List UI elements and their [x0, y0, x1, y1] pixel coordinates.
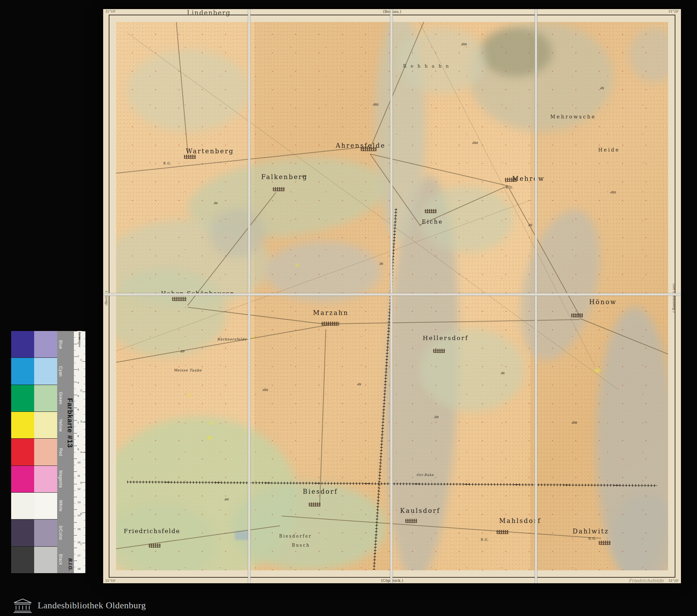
terrain-patch — [398, 28, 486, 93]
color-row-label: Red — [58, 448, 63, 456]
map-label-falkenberg: Falkenberg — [261, 173, 308, 180]
village-marker — [172, 297, 187, 301]
map-label-rehhahn: Rehhahn — [403, 63, 453, 68]
map-label-buerknersfelde: Bürknersfelde — [217, 337, 247, 341]
color-swatch — [11, 412, 34, 438]
color-row-label: Blue — [58, 340, 63, 349]
terrain-patch — [629, 28, 668, 82]
map-label-rg: R.G. — [506, 186, 514, 189]
map-label-marzahn: Marzahn — [313, 309, 348, 316]
village-marker — [497, 530, 508, 534]
soil-symbol: ∂m — [461, 41, 467, 46]
map-label-hellersdorf: Hellersdorf — [423, 334, 468, 341]
map-label-rg: R.G. — [163, 162, 171, 165]
soil-symbol: ∂s — [500, 371, 504, 375]
calibration-ruler: 123456789101112131415161718 1234567 Cent… — [74, 331, 85, 573]
soil-symbol: ∂s — [600, 85, 604, 90]
map-label-rg: R.G. — [588, 537, 596, 540]
color-swatch — [11, 331, 34, 357]
map-label-biesdorf: Biesdorf — [303, 488, 338, 495]
ruler-cm-number: 2 — [77, 355, 81, 358]
ruler-inch-number: 3 — [81, 420, 82, 423]
color-swatch — [11, 439, 34, 465]
village-marker — [433, 349, 445, 353]
village-marker — [322, 322, 339, 326]
soil-symbol: ∂m — [472, 140, 478, 145]
swatch-column-full — [11, 331, 34, 573]
map-label-ostbahn: Ost-Bahn — [416, 473, 434, 477]
village-marker — [309, 502, 321, 507]
ruler-cm-number: 18 — [77, 567, 81, 570]
village-marker — [184, 155, 196, 159]
soil-symbol: ∂m — [610, 190, 616, 194]
map-label-wartenberg: Wartenberg — [186, 147, 234, 154]
color-swatch — [11, 493, 34, 519]
corner-coord-bottom-right: 31°20' — [668, 579, 679, 583]
ruler-inch-number: 4 — [81, 451, 82, 454]
road-line — [319, 329, 326, 506]
library-logo-icon — [13, 598, 33, 613]
library-name: Landesbibliothek Oldenburg — [38, 600, 146, 611]
terrain-patch — [232, 483, 387, 570]
corner-coord-top-left: 31°10' — [105, 10, 116, 13]
ruler-inch-number: 5 — [81, 481, 82, 484]
village-marker — [149, 544, 161, 548]
color-swatch — [34, 493, 57, 519]
soil-symbol: ∂m — [373, 102, 378, 107]
map-label-friedrichsfelde: Friedrichsfelde — [124, 528, 180, 534]
scan-background: { "color_card": { "title": "Farbkarte #1… — [0, 0, 697, 616]
margin-handwritten-note: Friedrichsfelde — [628, 578, 664, 583]
footer: Landesbibliothek Oldenburg — [13, 598, 146, 613]
color-swatch — [34, 331, 57, 357]
color-swatch — [34, 519, 57, 546]
color-card-issuer: B.I.G. — [68, 558, 73, 571]
ruler-inch-number: 7 — [81, 543, 82, 546]
terrain-patch — [507, 202, 614, 368]
corner-coord-bottom-left: 31°10' — [105, 579, 116, 583]
map-label-hoenow: Hönow — [589, 298, 616, 305]
corner-coord-top-right: 31°20' — [668, 10, 679, 13]
ruler-inch-minor-ticks — [84, 331, 85, 573]
ruler-inch-number: 2 — [81, 389, 82, 392]
terrain-patch — [420, 329, 524, 411]
color-row-label: 3/Color — [58, 525, 63, 540]
map-label-rg: R.G. — [481, 538, 489, 541]
color-swatch — [34, 547, 57, 573]
ruler-cm-number: 17 — [77, 554, 81, 557]
color-row-label: Green — [58, 392, 63, 405]
fold-line — [248, 9, 251, 583]
map-label-dahlwitz: Dahlwitz — [573, 527, 609, 534]
color-swatch — [11, 358, 34, 384]
map-label-weisse-taube: Weisse Taube — [174, 368, 202, 372]
map-label-eiche: Eiche — [422, 218, 443, 225]
soil-symbol: ∂n — [434, 415, 438, 419]
village-marker — [273, 187, 285, 191]
map-label-biesdorfer: Biesdorfer — [279, 534, 312, 539]
color-card-title: Farbkarte #13 — [66, 398, 74, 448]
color-row-label: Magenta — [58, 470, 63, 488]
soil-symbol: ∂s — [379, 261, 383, 265]
margin-destination-lindenberg: Lindenberg — [187, 9, 230, 16]
map-sheet: Lindenberg (Bernau.) (Cöpenick.) (Berlin… — [103, 9, 681, 583]
margin-right-alt-landsberg: (Alt Landsberg.) — [672, 284, 676, 313]
color-swatch — [11, 519, 34, 546]
soil-symbol: ∂s — [528, 223, 532, 227]
terrain-patch — [127, 49, 248, 132]
fold-line — [390, 9, 393, 583]
color-row-label: White — [58, 500, 63, 511]
color-swatch — [34, 412, 57, 438]
soil-symbol: ∂s — [213, 201, 217, 205]
color-swatch — [11, 385, 34, 411]
soil-symbol: ∂m — [572, 420, 577, 425]
color-row-label: Yellow — [58, 419, 63, 432]
map-label-busch: Busch — [292, 543, 310, 548]
color-row-label: Cyan — [58, 366, 63, 377]
map-label-heide: Heide — [598, 147, 620, 153]
color-card-label-strip: Blue Cyan Green Yellow Red Magenta White… — [57, 331, 74, 573]
swatch-column-light — [34, 331, 57, 573]
village-marker — [425, 209, 437, 213]
color-calibration-card: Blue Cyan Green Yellow Red Magenta White… — [11, 331, 85, 573]
color-swatch — [11, 547, 34, 573]
map-label-mehrow: Mehrow — [512, 175, 545, 182]
terrain-patch — [480, 28, 552, 77]
